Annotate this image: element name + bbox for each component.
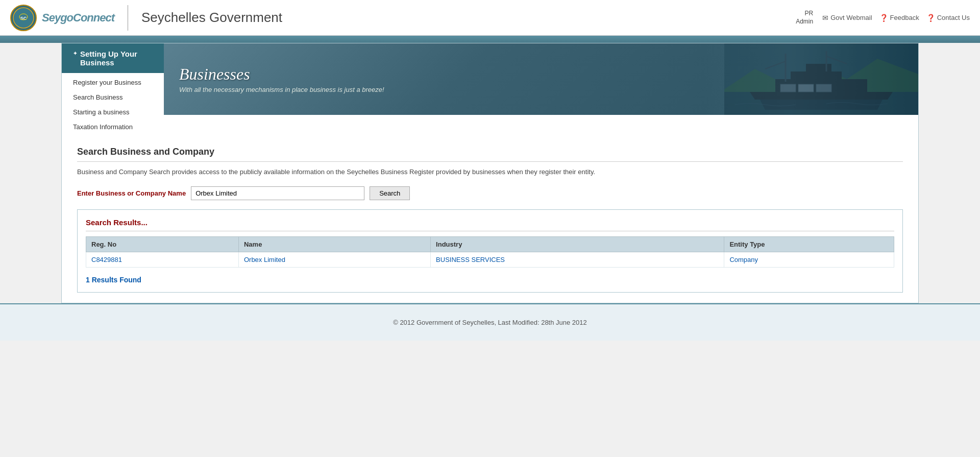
ship-graphic — [724, 43, 918, 115]
svg-text:SC: SC — [20, 16, 27, 21]
entity-type-link[interactable]: Company — [729, 256, 758, 263]
logo-divider — [128, 5, 128, 31]
svg-rect-15 — [780, 84, 796, 92]
cell-entity-type: Company — [724, 252, 894, 267]
company-name-link[interactable]: Orbex Limited — [244, 256, 285, 263]
bullet-icon: ✦ — [73, 51, 77, 56]
svg-rect-16 — [798, 84, 814, 92]
blue-bar — [0, 36, 980, 43]
sidebar-link-taxation[interactable]: Taxation Information — [62, 119, 164, 134]
reg-no-link[interactable]: C8429881 — [91, 256, 122, 263]
svg-rect-10 — [806, 64, 831, 73]
banner: Businesses With all the necessary mechan… — [164, 43, 918, 115]
seygo-logo-text: SeygoConnect — [42, 11, 114, 25]
logo-area: SC SeygoConnect Seychelles Government — [10, 5, 282, 31]
col-header-industry: Industry — [431, 236, 724, 252]
svg-rect-17 — [816, 84, 831, 92]
cell-name: Orbex Limited — [238, 252, 430, 267]
pr-admin-label: PR Admin — [796, 10, 813, 26]
top-nav: PR Admin ✉ Govt Webmail ❓ Feedback ❓ Con… — [796, 10, 970, 26]
results-table: Reg. No Name Industry Entity Type C84298… — [86, 236, 894, 268]
content-description: Business and Company Search provides acc… — [77, 167, 903, 177]
footer-text: © 2012 Government of Seychelles, Last Mo… — [393, 319, 587, 326]
col-header-reg-no: Reg. No — [86, 236, 239, 252]
results-heading: Search Results... — [86, 218, 894, 231]
sidebar-link-register[interactable]: Register your Business — [62, 75, 164, 90]
col-header-name: Name — [238, 236, 430, 252]
feedback-icon: ❓ — [879, 14, 888, 22]
banner-overlay: Businesses With all the necessary mechan… — [164, 55, 400, 104]
top-section: ✦ Setting Up Your Business Register your… — [62, 43, 918, 136]
feedback-label: Feedback — [890, 14, 919, 21]
search-form: Enter Business or Company Name Search — [77, 186, 903, 200]
sidebar-active-item[interactable]: ✦ Setting Up Your Business — [62, 43, 164, 73]
cell-industry: BUSINESS SERVICES — [431, 252, 724, 267]
contact-link[interactable]: ❓ Contact Us — [926, 14, 970, 22]
col-header-entity-type: Entity Type — [724, 236, 894, 252]
email-icon: ✉ — [822, 14, 828, 22]
cell-reg-no: C8429881 — [86, 252, 239, 267]
sidebar-item-register[interactable]: Register your Business — [62, 75, 164, 90]
banner-title: Businesses — [179, 65, 384, 84]
table-header-row: Reg. No Name Industry Entity Type — [86, 236, 894, 252]
table-row: C8429881 Orbex Limited BUSINESS SERVICES… — [86, 252, 894, 267]
sidebar-menu: Register your Business Search Business S… — [62, 73, 164, 136]
sidebar-link-search[interactable]: Search Business — [62, 90, 164, 105]
webmail-label: Govt Webmail — [830, 14, 872, 21]
search-input[interactable] — [191, 186, 364, 200]
sidebar-item-starting[interactable]: Starting a business — [62, 105, 164, 119]
search-button[interactable]: Search — [370, 186, 410, 200]
sidebar-item-taxation[interactable]: Taxation Information — [62, 119, 164, 134]
industry-link[interactable]: BUSINESS SERVICES — [436, 256, 505, 263]
results-box: Search Results... Reg. No Name Industry … — [77, 209, 903, 293]
contact-icon: ❓ — [926, 14, 935, 22]
content-area: Search Business and Company Business and… — [62, 136, 918, 303]
contact-label: Contact Us — [937, 14, 970, 21]
banner-ship — [704, 43, 918, 115]
top-header: SC SeygoConnect Seychelles Government PR… — [0, 0, 980, 36]
logo-emblem: SC — [10, 5, 37, 31]
svg-marker-7 — [750, 92, 893, 100]
sidebar-link-starting[interactable]: Starting a business — [62, 105, 164, 119]
page-frame: ✦ Setting Up Your Business Register your… — [61, 43, 919, 303]
govt-logo-text: Seychelles Government — [141, 10, 282, 26]
search-label: Enter Business or Company Name — [77, 189, 186, 197]
sidebar: ✦ Setting Up Your Business Register your… — [62, 43, 164, 136]
results-count: 1 Results Found — [86, 276, 894, 284]
sidebar-item-search[interactable]: Search Business — [62, 90, 164, 105]
webmail-link[interactable]: ✉ Govt Webmail — [822, 14, 872, 22]
banner-subtitle: With all the necessary mechanisms in pla… — [179, 86, 384, 93]
feedback-link[interactable]: ❓ Feedback — [879, 14, 919, 22]
footer: © 2012 Government of Seychelles, Last Mo… — [0, 303, 980, 341]
sidebar-active-label: Setting Up Your Business — [80, 50, 158, 67]
page-title: Search Business and Company — [77, 147, 903, 162]
results-tbody: C8429881 Orbex Limited BUSINESS SERVICES… — [86, 252, 894, 267]
